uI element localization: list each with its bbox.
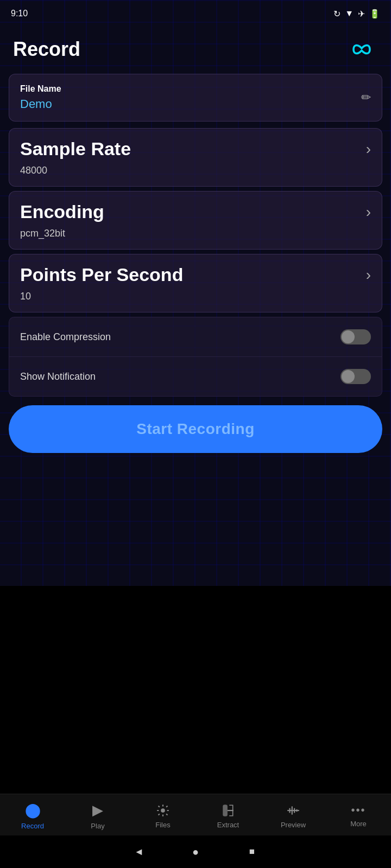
- encoding-title: Encoding: [20, 201, 104, 222]
- status-bar: 9:10 ↻ ▼ ✈ 🔋: [0, 0, 391, 27]
- extract-nav-icon: [221, 803, 235, 818]
- show-notification-row[interactable]: Show Notification: [9, 357, 382, 397]
- nav-play[interactable]: ▶ Play: [76, 802, 119, 830]
- svg-point-0: [161, 808, 165, 813]
- home-button[interactable]: [189, 845, 202, 858]
- enable-compression-label: Enable Compression: [20, 331, 111, 343]
- extract-nav-label: Extract: [217, 821, 239, 829]
- sample-rate-title: Sample Rate: [20, 138, 131, 159]
- more-nav-icon: •••: [351, 804, 365, 816]
- files-nav-icon: [156, 803, 170, 818]
- wifi-icon: ▼: [345, 9, 354, 18]
- sample-rate-card[interactable]: Sample Rate › 48000: [9, 128, 382, 187]
- recents-button[interactable]: [245, 845, 258, 858]
- file-label: File Name: [20, 84, 61, 94]
- status-icons: ↻ ▼ ✈ 🔋: [333, 9, 380, 19]
- play-nav-icon: ▶: [92, 802, 103, 819]
- points-per-second-chevron: ›: [366, 266, 371, 284]
- nav-files[interactable]: Files: [141, 803, 185, 829]
- encoding-chevron: ›: [366, 203, 371, 221]
- files-nav-label: Files: [155, 821, 170, 829]
- status-time: 9:10: [11, 9, 28, 18]
- encoding-value: pcm_32bit: [20, 228, 371, 239]
- svg-rect-1: [223, 805, 227, 816]
- nav-extract[interactable]: Extract: [206, 803, 250, 829]
- sync-icon: ↻: [333, 9, 340, 19]
- file-name-info: File Name Demo: [20, 84, 61, 111]
- page-header: Record: [0, 27, 391, 74]
- more-nav-label: More: [350, 820, 367, 828]
- record-nav-label: Record: [21, 822, 44, 830]
- sample-rate-value: 48000: [20, 165, 371, 176]
- file-value: Demo: [20, 97, 61, 111]
- start-recording-button[interactable]: Start Recording: [9, 405, 382, 453]
- back-button[interactable]: [133, 845, 146, 858]
- edit-icon[interactable]: ✏: [361, 91, 371, 105]
- encoding-card[interactable]: Encoding › pcm_32bit: [9, 191, 382, 250]
- file-name-card[interactable]: File Name Demo ✏: [9, 74, 382, 122]
- page-title: Record: [13, 38, 80, 61]
- record-nav-icon: ⬤: [25, 802, 41, 819]
- points-per-second-title: Points Per Second: [20, 264, 183, 285]
- points-per-second-value: 10: [20, 291, 371, 302]
- airplane-icon: ✈: [358, 9, 365, 19]
- enable-compression-toggle[interactable]: [340, 329, 371, 344]
- preview-nav-label: Preview: [281, 821, 306, 829]
- sample-rate-chevron: ›: [366, 141, 371, 158]
- app-logo: [345, 41, 378, 58]
- show-notification-label: Show Notification: [20, 371, 96, 382]
- system-nav-bar: [0, 835, 391, 868]
- battery-icon: 🔋: [369, 9, 380, 19]
- enable-compression-row[interactable]: Enable Compression: [9, 317, 382, 357]
- show-notification-toggle[interactable]: [340, 369, 371, 384]
- nav-record[interactable]: ⬤ Record: [11, 802, 54, 830]
- play-nav-label: Play: [91, 822, 104, 830]
- points-per-second-card[interactable]: Points Per Second › 10: [9, 254, 382, 312]
- bottom-navigation: ⬤ Record ▶ Play Files Extract Preview: [0, 794, 391, 835]
- nav-more[interactable]: ••• More: [337, 804, 380, 828]
- preview-nav-icon: [286, 803, 300, 818]
- nav-preview[interactable]: Preview: [272, 803, 315, 829]
